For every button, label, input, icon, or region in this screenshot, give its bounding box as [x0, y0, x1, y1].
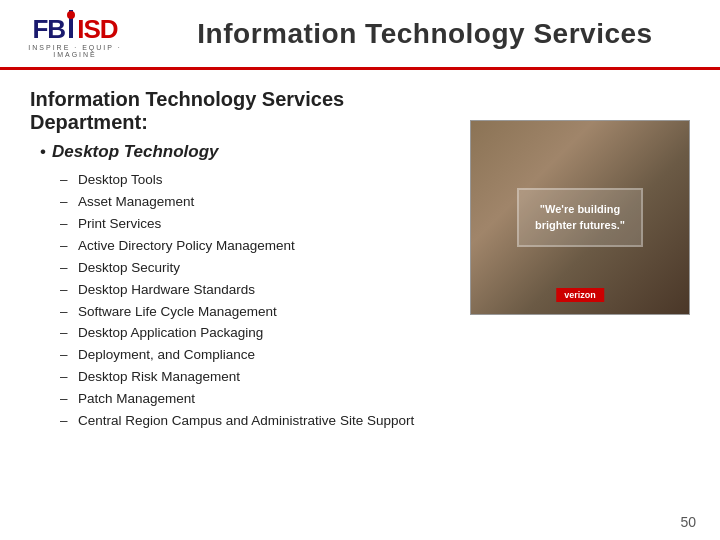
logo-i-icon	[66, 10, 76, 38]
list-item-text: Desktop Risk Management	[78, 367, 240, 388]
list-item: –Desktop Tools	[60, 170, 450, 191]
list-item-text: Desktop Application Packaging	[78, 323, 263, 344]
logo-area: FB ISD INSPIRE · EQUIP · IMAGINE	[20, 4, 150, 64]
dash-icon: –	[60, 236, 74, 257]
list-item: –Desktop Risk Management	[60, 367, 450, 388]
svg-point-1	[67, 11, 75, 19]
list-item-text: Software Life Cycle Management	[78, 302, 277, 323]
dash-icon: –	[60, 389, 74, 410]
logo-subtitle: INSPIRE · EQUIP · IMAGINE	[20, 44, 130, 58]
list-item-text: Desktop Security	[78, 258, 180, 279]
logo-fb: FB	[32, 16, 65, 42]
verizon-banner: verizon	[556, 288, 604, 302]
main-content: Information Technology Services Departme…	[0, 70, 720, 443]
list-item: –Print Services	[60, 214, 450, 235]
header: FB ISD INSPIRE · EQUIP · IMAGINE Informa…	[0, 0, 720, 70]
bullet-section: • Desktop Technology –Desktop Tools–Asse…	[40, 142, 450, 432]
dash-icon: –	[60, 367, 74, 388]
list-item-text: Print Services	[78, 214, 161, 235]
list-item: –Desktop Application Packaging	[60, 323, 450, 344]
list-item: –Desktop Security	[60, 258, 450, 279]
bullet-icon: •	[40, 142, 46, 162]
image-quote-box: "We're buildingbrighter futures."	[517, 188, 643, 247]
list-item: –Central Region Campus and Administrativ…	[60, 411, 450, 432]
image-placeholder: "We're buildingbrighter futures." verizo…	[471, 121, 689, 314]
page-title: Information Technology Services	[150, 18, 700, 50]
list-item: –Patch Management	[60, 389, 450, 410]
logo-isd: ISD	[77, 16, 117, 42]
list-item: –Asset Management	[60, 192, 450, 213]
list-item-text: Desktop Tools	[78, 170, 163, 191]
section-heading: Desktop Technology	[52, 142, 219, 162]
dept-title: Information Technology Services Departme…	[30, 88, 450, 134]
image-area: "We're buildingbrighter futures." verizo…	[470, 120, 690, 315]
dash-icon: –	[60, 258, 74, 279]
list-item: –Software Life Cycle Management	[60, 302, 450, 323]
list-item-text: Desktop Hardware Standards	[78, 280, 255, 301]
sub-list: –Desktop Tools–Asset Management–Print Se…	[60, 170, 450, 432]
list-item: –Deployment, and Compliance	[60, 345, 450, 366]
list-item-text: Patch Management	[78, 389, 195, 410]
logo-box: FB ISD INSPIRE · EQUIP · IMAGINE	[20, 6, 130, 61]
page-number: 50	[680, 514, 696, 530]
list-item-text: Central Region Campus and Administrative…	[78, 411, 414, 432]
dash-icon: –	[60, 411, 74, 432]
list-item: –Desktop Hardware Standards	[60, 280, 450, 301]
list-item: –Active Directory Policy Management	[60, 236, 450, 257]
dash-icon: –	[60, 192, 74, 213]
list-item-text: Deployment, and Compliance	[78, 345, 255, 366]
list-item-text: Active Directory Policy Management	[78, 236, 295, 257]
list-item-text: Asset Management	[78, 192, 194, 213]
dash-icon: –	[60, 214, 74, 235]
dash-icon: –	[60, 302, 74, 323]
dash-icon: –	[60, 345, 74, 366]
dash-icon: –	[60, 323, 74, 344]
footer: 50	[680, 514, 696, 530]
dash-icon: –	[60, 170, 74, 191]
image-quote-text: "We're buildingbrighter futures."	[535, 202, 625, 233]
text-section: Information Technology Services Departme…	[30, 88, 450, 433]
dash-icon: –	[60, 280, 74, 301]
